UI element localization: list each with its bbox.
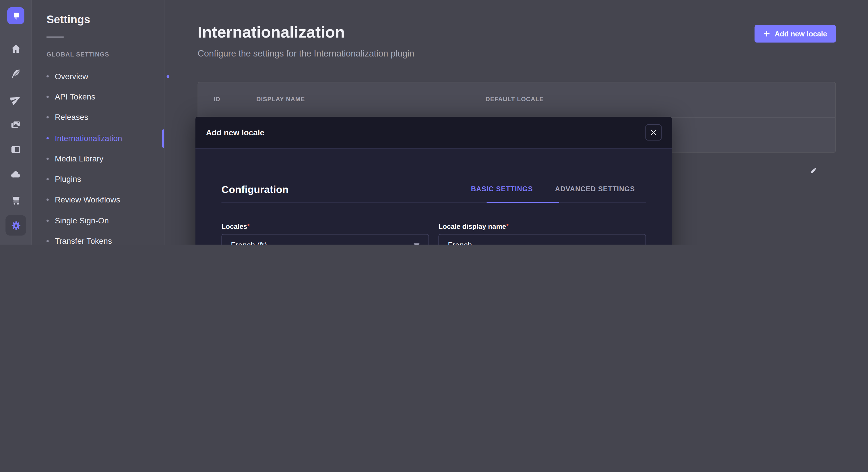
bullet-icon: [46, 158, 49, 160]
sidebar-item-plugins[interactable]: Plugins: [46, 173, 181, 185]
sidebar-item-internationalization[interactable]: Internationalization: [46, 132, 181, 144]
bullet-icon: [46, 178, 49, 180]
tab-basic-settings[interactable]: BASIC SETTINGS: [460, 181, 544, 198]
settings-tabs: BASIC SETTINGS ADVANCED SETTINGS: [460, 181, 646, 198]
tabs-divider: [221, 202, 646, 203]
required-asterisk: *: [506, 223, 508, 231]
send-icon[interactable]: [9, 92, 22, 105]
display-name-input[interactable]: [438, 234, 646, 245]
sidebar-item-single-sign-on[interactable]: Single Sign-On: [46, 214, 181, 227]
bullet-icon: [46, 96, 49, 98]
sidebar-item-releases[interactable]: Releases: [46, 111, 181, 123]
page-subtitle: Configure the settings for the Internati…: [197, 49, 414, 59]
bullet-icon: [46, 75, 49, 77]
column-header-display-name: DISPLAY NAME: [256, 96, 305, 102]
sidebar-item-media-library[interactable]: Media Library: [46, 153, 181, 165]
column-header-id: ID: [214, 96, 220, 102]
app-root: KD Settings GLOBAL SETTINGS Overview API…: [0, 0, 868, 245]
settings-rail-item[interactable]: [5, 215, 26, 235]
plus-icon: [764, 30, 770, 37]
cloud-icon[interactable]: [9, 167, 22, 181]
pencil-icon: [810, 166, 816, 176]
sidebar-title-rule: [46, 36, 64, 38]
close-icon: [650, 129, 656, 135]
sidebar-item-overview[interactable]: Overview: [46, 70, 181, 82]
bullet-icon: [46, 240, 49, 242]
page-title: Internationalization: [197, 23, 345, 42]
display-name-label: Locale display name*: [438, 223, 508, 231]
nav-rail: KD: [0, 0, 32, 245]
add-locale-modal: Add new locale Configuration BASIC SETTI…: [195, 117, 672, 245]
feather-icon[interactable]: [9, 67, 22, 80]
sidebar-item-api-tokens[interactable]: API Tokens: [46, 91, 181, 103]
notification-dot: [166, 75, 169, 78]
bullet-icon: [46, 137, 49, 139]
bullet-icon: [46, 198, 49, 201]
add-new-locale-button[interactable]: Add new locale: [755, 25, 836, 43]
locales-select[interactable]: French (fr): [221, 234, 429, 245]
configuration-heading: Configuration: [221, 183, 288, 196]
locales-label: Locales*: [221, 223, 250, 231]
settings-sidebar: Settings GLOBAL SETTINGS Overview API To…: [32, 0, 164, 245]
column-header-default-locale: DEFAULT LOCALE: [485, 96, 544, 102]
gear-icon: [10, 220, 22, 231]
sidebar-item-transfer-tokens[interactable]: Transfer Tokens: [46, 235, 181, 245]
modal-title: Add new locale: [206, 128, 265, 137]
strapi-logo[interactable]: [7, 7, 24, 24]
sidebar-item-review-workflows[interactable]: Review Workflows: [46, 194, 181, 206]
active-tab-underline: [487, 202, 559, 203]
tab-advanced-settings[interactable]: ADVANCED SETTINGS: [544, 181, 646, 198]
layout-icon[interactable]: [9, 143, 22, 156]
chevron-down-icon: [414, 243, 420, 245]
sidebar-title: Settings: [46, 13, 90, 26]
bullet-icon: [46, 116, 49, 119]
locales-select-value: French (fr): [231, 241, 267, 245]
modal-header: Add new locale: [195, 117, 672, 149]
modal-close-button[interactable]: [646, 125, 662, 140]
strapi-logo-icon: [11, 11, 21, 21]
media-icon[interactable]: [9, 118, 22, 131]
home-icon[interactable]: [9, 42, 22, 55]
cart-icon[interactable]: [9, 193, 22, 206]
section-global-settings: GLOBAL SETTINGS: [46, 51, 110, 57]
bullet-icon: [46, 220, 49, 222]
edit-locale-button[interactable]: [807, 164, 820, 177]
required-asterisk: *: [247, 223, 250, 231]
active-item-indicator: [162, 129, 164, 148]
